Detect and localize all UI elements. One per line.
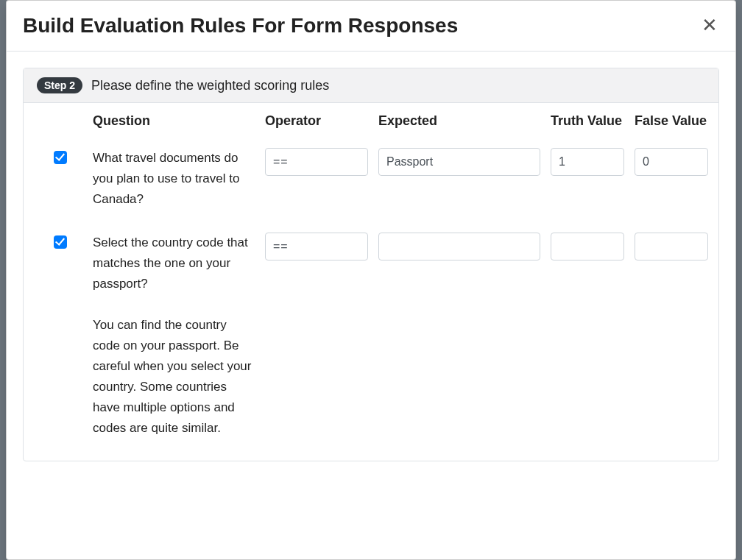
expected-cell: [378, 139, 540, 176]
operator-cell: [265, 139, 368, 176]
truth-cell: [551, 210, 624, 260]
table-row: [38, 139, 82, 164]
false-cell: [635, 139, 708, 176]
question-text: What travel documents do you plan to use…: [93, 148, 255, 210]
modal-body: Step 2 Please define the weighted scorin…: [7, 52, 735, 478]
table-row: [38, 210, 82, 249]
step-pill: Step 2: [37, 77, 82, 93]
close-button[interactable]: ✕: [700, 13, 719, 38]
question-text: Select the country code that matches the…: [93, 233, 255, 294]
expected-input[interactable]: [378, 148, 540, 176]
truth-cell: [551, 139, 624, 176]
false-cell: [635, 210, 708, 260]
col-header-check: [38, 113, 82, 124]
row-enable-checkbox[interactable]: [54, 151, 67, 164]
false-value-input[interactable]: [635, 148, 708, 176]
panel-header: Step 2 Please define the weighted scorin…: [24, 68, 718, 103]
modal-title: Build Evaluation Rules For Form Response…: [23, 13, 458, 39]
truth-value-input[interactable]: [551, 148, 624, 176]
col-header-expected: Expected: [378, 113, 540, 139]
row-enable-checkbox[interactable]: [54, 235, 67, 249]
panel-body: Question Operator Expected Truth Value F…: [24, 103, 718, 461]
question-help-text: You can find the country code on your pa…: [93, 315, 255, 439]
truth-value-input[interactable]: [551, 233, 624, 260]
col-header-false: False Value: [635, 113, 708, 139]
operator-input[interactable]: [265, 148, 368, 176]
question-cell: What travel documents do you plan to use…: [93, 139, 255, 210]
panel-instruction: Please define the weighted scoring rules: [91, 78, 329, 93]
expected-input[interactable]: [378, 233, 540, 260]
close-icon: ✕: [702, 14, 718, 36]
modal-header: Build Evaluation Rules For Form Response…: [7, 1, 735, 52]
question-cell: Select the country code that matches the…: [93, 210, 255, 439]
expected-cell: [378, 210, 540, 260]
step-panel: Step 2 Please define the weighted scorin…: [23, 68, 719, 461]
false-value-input[interactable]: [635, 233, 708, 260]
col-header-question: Question: [93, 113, 255, 139]
operator-input[interactable]: [265, 233, 368, 260]
col-header-operator: Operator: [265, 113, 368, 139]
operator-cell: [265, 210, 368, 260]
col-header-truth: Truth Value: [551, 113, 624, 139]
rules-table: Question Operator Expected Truth Value F…: [38, 113, 704, 439]
modal-dialog: Build Evaluation Rules For Form Response…: [6, 0, 736, 560]
